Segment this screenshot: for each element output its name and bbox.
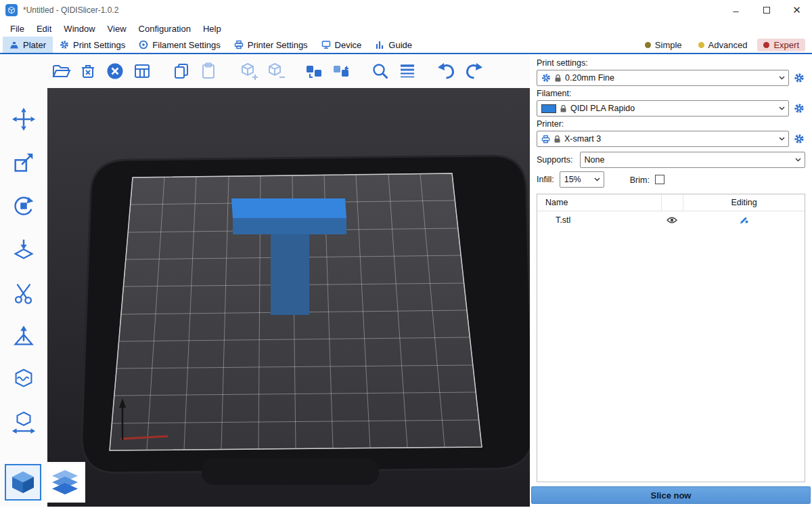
cut-tool-button[interactable] [9,278,39,308]
visibility-toggle[interactable] [661,211,683,229]
lock-icon [560,105,566,112]
paste-button[interactable] [196,58,221,85]
minimize-button[interactable]: – [721,0,751,20]
copy-icon [171,61,191,81]
tab-printer-settings[interactable]: Printer Settings [227,37,315,53]
viewport-3d[interactable] [0,54,530,507]
infill-value: 15% [564,175,581,184]
guide-icon [375,41,384,49]
seam-tool-button[interactable] [9,364,39,394]
brim-checkbox[interactable] [655,175,664,184]
scale-tool-button[interactable] [9,148,39,177]
tab-filament-settings[interactable]: Filament Settings [132,37,227,53]
title-bar: *Untitled - QIDISlicer-1.0.2 – ✕ [0,0,812,20]
tab-label: Plater [23,40,46,50]
editor-view-thumbnail[interactable] [5,464,41,501]
rotate-icon [11,193,37,219]
open-project-button[interactable] [49,58,73,85]
gear-icon [794,133,805,144]
close-button[interactable]: ✕ [782,0,812,20]
menu-view[interactable]: View [102,24,133,34]
print-settings-combo[interactable]: 0.20mm Fine [537,70,789,86]
redo-button[interactable] [461,58,486,85]
preview-view-thumbnail[interactable] [47,464,83,501]
mode-advanced[interactable]: Advanced [692,39,754,51]
paste-icon [198,61,219,81]
move-icon [11,106,37,132]
measure-tool-button[interactable] [9,408,39,438]
menu-configuration[interactable]: Configuration [133,24,197,34]
chevron-down-icon [779,76,785,80]
rotate-tool-button[interactable] [9,191,39,221]
open-folder-icon [51,61,71,81]
printer-gear-button[interactable] [793,133,805,144]
mode-label: Advanced [708,40,748,50]
supports-combo[interactable]: None [580,152,805,168]
copy-button[interactable] [169,58,194,85]
undo-button[interactable] [434,58,459,85]
place-on-face-tool-button[interactable] [9,234,39,264]
mode-label: Simple [655,40,682,50]
column-editing: Editing [683,194,805,211]
mode-switcher: Simple Advanced Expert [639,37,812,53]
mode-expert[interactable]: Expert [757,39,805,51]
filament-label: Filament: [537,89,805,98]
split-to-parts-button[interactable] [329,58,353,85]
gear-icon [541,73,551,83]
column-name: Name [537,194,661,211]
object-name: T.stl [537,211,661,229]
filament-color-swatch [541,104,556,113]
object-list-row[interactable]: T.stl [537,211,805,229]
filament-combo[interactable]: QIDI PLA Rapido [537,100,789,117]
mode-label: Expert [773,40,799,50]
tab-print-settings[interactable]: Print Settings [53,37,132,53]
filament-settings-icon [139,40,148,49]
variable-layer-height-button[interactable] [395,58,420,85]
left-toolbar [0,88,47,507]
printer-combo[interactable]: X-smart 3 [537,131,789,147]
paint-support-tool-button[interactable] [9,321,39,351]
filament-gear-button[interactable] [793,103,805,114]
layer-height-icon [397,61,418,81]
print-settings-gear-button[interactable] [793,72,805,83]
delete-button[interactable] [76,58,100,85]
search-button[interactable] [368,58,392,85]
menu-window[interactable]: Window [58,24,101,34]
viewport-3d-scene[interactable] [0,54,530,507]
preview-layers-icon [50,469,80,496]
seam-icon [11,366,37,392]
arrange-button[interactable] [130,58,154,85]
expert-mode-dot-icon [763,42,769,48]
object-list-header: Name Editing [537,194,805,211]
move-tool-button[interactable] [9,104,39,134]
object-list: Name Editing T.stl [537,194,805,482]
remove-instance-button[interactable] [263,58,287,85]
tab-label: Filament Settings [152,40,220,50]
printer-icon [541,135,550,144]
infill-combo[interactable]: 15% [560,171,604,188]
split-to-objects-button[interactable] [302,58,326,85]
menu-edit[interactable]: Edit [30,24,58,34]
menu-file[interactable]: File [4,24,30,34]
edit-object-button[interactable] [683,211,805,229]
lock-icon [555,75,561,82]
tab-plater[interactable]: Plater [3,37,53,53]
supports-value: None [585,155,605,165]
chevron-down-icon [779,137,785,141]
delete-all-button[interactable] [103,58,127,85]
tab-guide[interactable]: Guide [368,37,419,53]
printer-label: Printer: [537,119,805,129]
device-icon [321,40,331,49]
measure-icon [11,410,37,436]
plater-icon [9,41,19,49]
chevron-down-icon [594,177,600,182]
maximize-button[interactable] [751,0,782,20]
window-title: *Untitled - QIDISlicer-1.0.2 [23,5,118,15]
menu-help[interactable]: Help [197,24,227,34]
add-instance-button[interactable] [235,58,260,85]
slice-now-button[interactable]: Slice now [531,486,811,504]
mode-simple[interactable]: Simple [639,39,688,51]
tab-device[interactable]: Device [315,37,369,53]
editor-view-cube-icon [9,469,37,496]
split-parts-icon [331,61,351,81]
